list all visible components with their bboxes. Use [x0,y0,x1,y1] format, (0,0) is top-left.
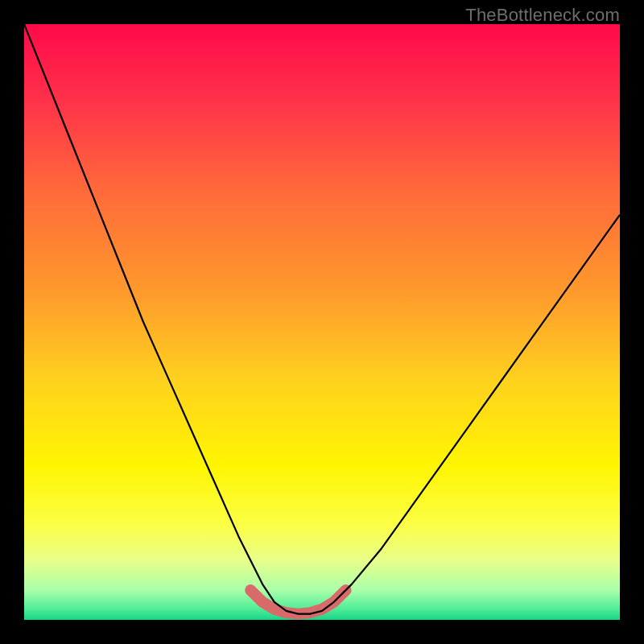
plot-area [24,24,620,620]
gradient-background [24,24,620,620]
chart-frame: TheBottleneck.com [0,0,644,644]
bottleneck-chart [24,24,620,620]
watermark-text: TheBottleneck.com [465,5,620,26]
